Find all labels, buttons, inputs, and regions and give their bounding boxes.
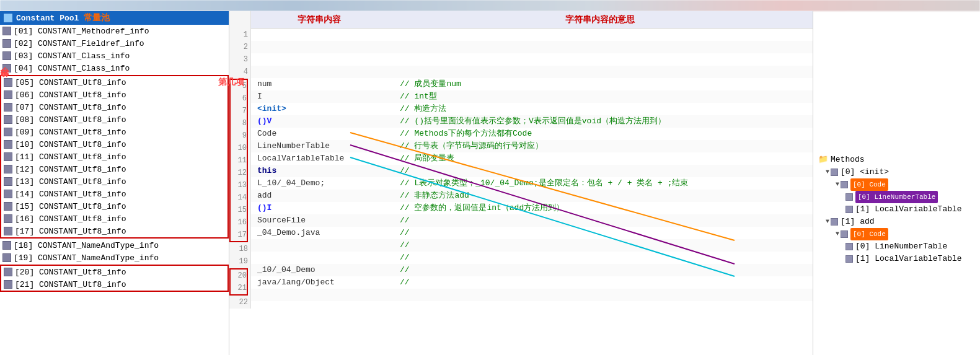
line-num: 20: [231, 270, 247, 282]
methods-folder-icon: 📁: [818, 154, 828, 166]
methods-item-add[interactable]: ▼ [1] add: [813, 216, 980, 228]
di-ji-xiang-label: 第几项: [218, 77, 244, 88]
content-row: ()I // 空参数的，返回值是int（add方法用到）: [251, 202, 813, 214]
tree-item[interactable]: [15] CONSTANT_Utf8_info: [1, 200, 227, 213]
cell-content: [251, 239, 387, 252]
m-icon: [845, 243, 853, 250]
cell-meaning: //: [387, 252, 813, 264]
col-header-meaning: 字符串内容的意思: [387, 14, 813, 25]
cell-meaning: [387, 41, 813, 53]
red-box-group-2: [20] CONSTANT_Utf8_info [21] CONSTANT_Ut…: [0, 265, 229, 292]
tree-item[interactable]: [08] CONSTANT_Utf8_info: [1, 113, 227, 126]
line-num: 13: [231, 179, 247, 191]
tree-item[interactable]: [20] CONSTANT_Utf8_info: [1, 266, 227, 278]
cell-meaning: // 非静态方法add: [387, 190, 813, 202]
methods-item-code-add[interactable]: ▼ [0] Code: [813, 228, 980, 240]
line-num: 22: [229, 296, 248, 309]
item-label: [21] CONSTANT_Utf8_info: [15, 280, 126, 289]
methods-item-localvariabletable-add[interactable]: [1] LocalVariableTable: [813, 253, 980, 265]
content-row: [251, 289, 813, 301]
line-num: 4: [229, 66, 248, 78]
m-icon: [841, 230, 848, 238]
tree-item[interactable]: [21] CONSTANT_Utf8_info: [1, 278, 227, 291]
tree-item[interactable]: [03] CONSTANT_Class_info: [0, 50, 229, 62]
red-box-group-1: [05] CONSTANT_Utf8_info [06] CONSTANT_Ut…: [0, 75, 229, 239]
tree-item[interactable]: [17] CONSTANT_Utf8_info: [1, 225, 227, 237]
tree-item[interactable]: [01] CONSTANT_Methodref_info: [0, 25, 229, 37]
item-label: [01] CONSTANT_Methodref_info: [14, 27, 149, 36]
tree-item[interactable]: [04] CONSTANT_Class_info: [0, 62, 229, 74]
content-row: //: [251, 239, 813, 252]
item-icon: [2, 64, 11, 72]
content-row: SourceFile //: [251, 214, 813, 227]
content-row: //: [251, 252, 813, 264]
line-num: 3: [229, 53, 248, 66]
line-red-box-2: 20 21: [229, 268, 248, 296]
tree-item[interactable]: [05] CONSTANT_Utf8_info: [1, 76, 227, 89]
tree-item[interactable]: [09] CONSTANT_Utf8_info: [1, 126, 227, 138]
content-columns: 字符串内容 字符串内容的意思: [251, 11, 813, 355]
expand-arrow: ▼: [836, 178, 839, 191]
tree-item[interactable]: [14] CONSTANT_Utf8_info: [1, 188, 227, 200]
methods-item-init[interactable]: ▼ [0] <init>: [813, 166, 980, 178]
content-row: <init> // 构造方法: [251, 103, 813, 115]
item-icon: [2, 51, 11, 60]
cell-content-this: this: [251, 165, 387, 177]
cell-content: ()V: [251, 115, 387, 128]
code-badge-orange: [0] Code: [850, 178, 888, 191]
init-label: [0] <init>: [841, 166, 889, 178]
methods-label-text: Methods: [831, 154, 865, 166]
cell-meaning: [387, 289, 813, 301]
cell-meaning: //: [387, 165, 813, 177]
right-panel-content: 📁 Methods ▼ [0] <init> ▼ [0] Code: [813, 11, 980, 268]
item-label: [13] CONSTANT_Utf8_info: [15, 177, 126, 186]
content-row: I // int型: [251, 90, 813, 103]
line-num: 19: [229, 255, 248, 268]
item-icon: [2, 27, 11, 35]
line-num: 8: [231, 117, 247, 129]
cell-content: [251, 289, 387, 301]
content-row: L_10/_04_Demo; // L表示对象类型；_10/_04_Demo;是…: [251, 177, 813, 190]
item-label: [17] CONSTANT_Utf8_info: [15, 227, 126, 236]
tree-item[interactable]: [11] CONSTANT_Utf8_info: [1, 151, 227, 163]
line-num: 7: [231, 105, 247, 117]
tree-item[interactable]: [12] CONSTANT_Utf8_info: [1, 163, 227, 175]
item-icon: [4, 78, 12, 87]
tree-item[interactable]: [10] CONSTANT_Utf8_info: [1, 138, 227, 151]
tree-item[interactable]: [18] CONSTANT_NameAndType_info: [0, 239, 229, 252]
tree-item[interactable]: [19] CONSTANT_NameAndType_info: [0, 252, 229, 264]
tree-item[interactable]: [02] CONSTANT_Fieldref_info: [0, 37, 229, 50]
cell-meaning: // ()括号里面没有值表示空参数；V表示返回值是void（构造方法用到）: [387, 115, 813, 128]
cell-content: [251, 28, 387, 41]
cell-meaning: // 成员变量num: [387, 78, 813, 90]
item-label: [03] CONSTANT_Class_info: [14, 51, 130, 61]
methods-item-code-init[interactable]: ▼ [0] Code: [813, 178, 980, 191]
methods-item-localvariabletable[interactable]: [1] LocalVariableTable: [813, 203, 980, 216]
line-num: 2: [229, 41, 248, 53]
line-num: 6: [231, 92, 247, 105]
item-icon: [4, 190, 12, 198]
m-icon: [845, 255, 853, 263]
content-row: LocalVariableTable // 局部变量表: [251, 152, 813, 165]
m-icon: [845, 206, 853, 213]
line-num: 17: [231, 229, 247, 241]
methods-item-linenumbertable[interactable]: [0] LineNumberTable: [813, 191, 980, 203]
cell-content: I: [251, 90, 387, 103]
cell-content: <init>: [251, 103, 387, 115]
tree-item[interactable]: [16] CONSTANT_Utf8_info: [1, 213, 227, 225]
line-num: 12: [231, 167, 247, 179]
item-icon: [4, 103, 12, 112]
content-row: [251, 66, 813, 78]
item-icon: [4, 177, 12, 186]
right-panel: 📁 Methods ▼ [0] <init> ▼ [0] Code: [813, 11, 980, 355]
item-icon: [4, 152, 12, 161]
cell-content: SourceFile: [251, 214, 387, 227]
tree-item[interactable]: [07] CONSTANT_Utf8_info: [1, 101, 227, 113]
tree-item[interactable]: [13] CONSTANT_Utf8_info: [1, 175, 227, 188]
item-icon: [4, 202, 12, 211]
item-label: [02] CONSTANT_Fieldref_info: [14, 39, 144, 48]
tree-list[interactable]: [01] CONSTANT_Methodref_info [02] CONSTA…: [0, 25, 229, 341]
tree-item[interactable]: [06] CONSTANT_Utf8_info: [1, 89, 227, 101]
item-icon: [4, 268, 12, 276]
methods-item-linenumbertable-add[interactable]: [0] LineNumberTable: [813, 240, 980, 253]
